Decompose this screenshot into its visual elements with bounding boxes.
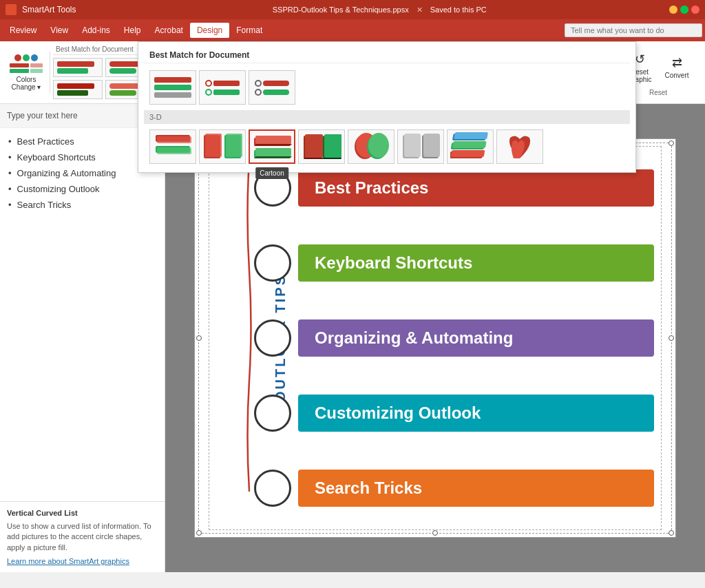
list-item-best-practices[interactable]: Best Practices — [8, 134, 156, 149]
convert-button[interactable]: ⇄ Convert — [660, 49, 694, 86]
dd-3d-thumb-8[interactable] — [496, 129, 543, 164]
svg-rect-29 — [451, 150, 485, 157]
smartart-item-1[interactable]: Best Practices — [254, 169, 654, 207]
menu-format[interactable]: Format — [229, 23, 269, 38]
main-area: Type your text here ✕ Best Practices Key… — [0, 104, 705, 572]
svg-marker-19 — [323, 158, 341, 159]
smartart-item-2[interactable]: Keyboard Shortcuts — [254, 244, 654, 282]
menu-view[interactable]: View — [43, 23, 75, 38]
file-title: SSPRD-Outlook Tips & Techniques.ppsx ✕ S… — [90, 6, 669, 14]
bar-1: Best Practices — [298, 169, 654, 207]
smartart-tools-label: SmartArt Tools — [22, 5, 76, 14]
close-btn-win[interactable] — [691, 6, 699, 14]
svg-rect-7 — [226, 134, 242, 157]
menu-addins[interactable]: Add-ins — [75, 23, 117, 38]
filename: SSPRD-Outlook Tips & Techniques.ppsx — [273, 6, 409, 14]
svg-rect-12 — [255, 148, 291, 156]
smartart-styles-dropdown: Best Match for Document — [138, 41, 636, 173]
svg-marker-16 — [304, 158, 324, 159]
change-colors-button[interactable]: Colors Change ▾ — [6, 44, 47, 101]
svg-rect-1 — [157, 136, 191, 143]
dd-3d-thumb-3[interactable]: Cartoon — [249, 129, 295, 164]
dd-3d-thumb-7[interactable] — [447, 129, 494, 164]
item-text-3: Organizing & Automating — [315, 328, 513, 348]
svg-marker-10 — [254, 144, 292, 146]
dd-3d-thumb-5[interactable] — [348, 129, 394, 164]
smartart-item-5[interactable]: Search Tricks — [254, 470, 654, 507]
menu-help[interactable]: Help — [117, 23, 148, 38]
item-text-2: Keyboard Shortcuts — [315, 253, 472, 273]
svg-rect-5 — [205, 134, 222, 157]
smartart-item-4[interactable]: Customizing Outlook — [254, 395, 654, 432]
search-input[interactable] — [565, 23, 702, 37]
svg-marker-13 — [254, 156, 292, 158]
menu-design[interactable]: Design — [190, 23, 229, 38]
handle-tr[interactable] — [669, 140, 674, 146]
color-circles — [14, 54, 38, 61]
panel-footer: Vertical Curved List Use to show a curve… — [0, 501, 165, 572]
list-item-customizing[interactable]: Customizing Outlook — [8, 181, 156, 197]
cartoon-tooltip: Cartoon — [255, 167, 288, 179]
blue-circle — [31, 54, 38, 61]
style-thumb-1[interactable] — [53, 58, 103, 77]
left-panel: Type your text here ✕ Best Practices Key… — [0, 104, 165, 572]
dropdown-header: Best Match for Document — [144, 48, 630, 63]
divider-1 — [50, 52, 50, 93]
maximize-btn[interactable] — [680, 6, 688, 14]
list-item-organizing[interactable]: Organizing & Automating — [8, 165, 156, 181]
smartart-container[interactable]: OUTLOOK TIPS Best Practices — [209, 146, 662, 530]
three-d-grid: Cartoon — [144, 127, 630, 167]
footer-link[interactable]: Learn more about SmartArt graphics — [7, 557, 158, 565]
green-circle — [23, 54, 30, 61]
handle-right[interactable] — [669, 335, 674, 341]
bar-5: Search Tricks — [298, 470, 654, 507]
app-icon — [6, 4, 17, 15]
item-text-4: Customizing Outlook — [315, 403, 481, 423]
handle-br[interactable] — [669, 530, 674, 536]
reset-section-label: Reset — [649, 89, 667, 96]
circle-2 — [254, 244, 291, 282]
dd-3d-thumb-6[interactable] — [397, 129, 444, 164]
footer-title: Vertical Curved List — [7, 509, 158, 517]
handle-left[interactable] — [196, 335, 202, 341]
bar-4: Customizing Outlook — [298, 395, 654, 432]
window-controls — [669, 6, 699, 14]
svg-rect-3 — [157, 147, 191, 154]
item-text-5: Search Tricks — [315, 479, 422, 498]
slide-area: OUTLOOK TIPS Best Practices — [165, 104, 705, 572]
text-panel-title: Type your text here — [7, 111, 78, 120]
save-status: Saved to this PC — [430, 6, 487, 14]
dd-thumb-1[interactable] — [149, 70, 196, 105]
red-circle — [14, 54, 21, 61]
handle-bl[interactable] — [196, 530, 202, 536]
dd-thumb-3[interactable] — [249, 70, 295, 105]
style-thumb-7[interactable] — [53, 80, 103, 99]
menu-bar: Review View Add-ins Help Acrobat Design … — [0, 19, 705, 41]
convert-label: Convert — [664, 72, 688, 79]
change-colors-label: Colors Change ▾ — [8, 76, 44, 91]
svg-rect-18 — [324, 134, 341, 158]
dd-3d-thumb-2[interactable] — [199, 129, 246, 164]
text-list: Best Practices Keyboard Shortcuts Organi… — [0, 128, 165, 501]
minimize-btn[interactable] — [669, 6, 677, 14]
dd-3d-thumb-1[interactable] — [149, 129, 196, 164]
list-item-search-tricks[interactable]: Search Tricks — [8, 197, 156, 213]
svg-rect-25 — [404, 134, 421, 157]
dd-thumb-2[interactable] — [199, 70, 246, 105]
item-text-1: Best Practices — [315, 178, 428, 198]
handle-bottom[interactable] — [432, 530, 438, 536]
svg-point-23 — [368, 133, 389, 158]
best-match-dropdown-grid — [144, 67, 630, 107]
convert-icon: ⇄ — [672, 55, 682, 70]
menu-review[interactable]: Review — [3, 23, 43, 38]
smartart-items-list: Best Practices Keyboard Shortcuts — [254, 154, 654, 523]
dd-3d-thumb-4[interactable] — [298, 129, 345, 164]
list-item-keyboard-shortcuts[interactable]: Keyboard Shortcuts — [8, 149, 156, 165]
smartart-item-3[interactable]: Organizing & Automating — [254, 319, 654, 357]
menu-acrobat[interactable]: Acrobat — [148, 23, 190, 38]
slide[interactable]: OUTLOOK TIPS Best Practices — [194, 138, 676, 538]
svg-rect-15 — [305, 134, 323, 158]
svg-rect-31 — [452, 141, 487, 148]
svg-rect-27 — [423, 134, 440, 157]
svg-rect-9 — [255, 136, 291, 144]
